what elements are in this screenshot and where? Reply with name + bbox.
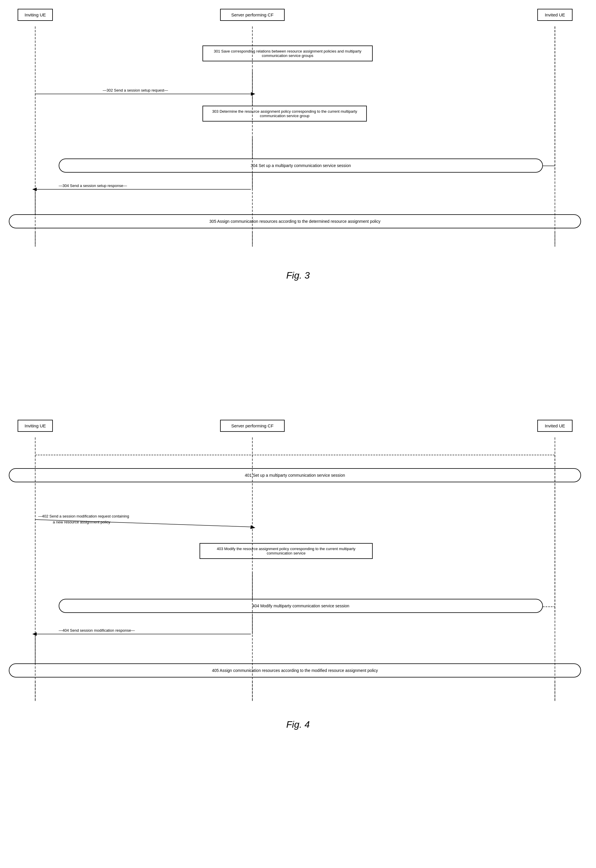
svg-text:a new resource assignment poli: a new resource assignment policy	[53, 520, 110, 524]
svg-text:—304 Send a session setup resp: —304 Send a session setup response—	[59, 183, 127, 188]
fig3-section: Inviting UE Server performing CF Invited…	[0, 0, 596, 411]
svg-text:—302 Send a session setup requ: —302 Send a session setup request—	[103, 88, 168, 93]
fig4-section: Inviting UE Server performing CF Invited…	[0, 411, 596, 868]
fig3-svg: —302 Send a session setup request— —304 …	[0, 0, 596, 294]
svg-marker-24	[250, 525, 255, 529]
svg-text:—404 Send session modification: —404 Send session modification response—	[59, 628, 135, 633]
svg-marker-7	[32, 187, 37, 191]
svg-marker-29	[32, 632, 37, 636]
fig4-svg: —402 Send a session modification request…	[0, 411, 596, 763]
svg-text:—402 Send a session modificati: —402 Send a session modification request…	[38, 514, 129, 518]
svg-marker-4	[251, 92, 255, 96]
